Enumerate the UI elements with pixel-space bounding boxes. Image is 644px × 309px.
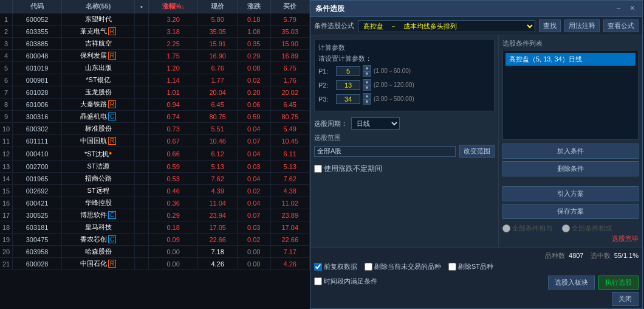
spinner-down-3[interactable]: ▼	[363, 99, 371, 105]
row-name: 标准股份	[61, 123, 134, 135]
view-formula-button[interactable]: 查看公式	[603, 19, 639, 32]
table-row[interactable]: 9 300316 晶盛机电C 0.74 80.75 0.59 80.75	[0, 111, 310, 123]
scope-input[interactable]	[314, 146, 456, 157]
param-input-2[interactable]	[336, 80, 360, 90]
table-row[interactable]: 13 002700 ST洁源 0.59 5.13 0.03 5.13	[0, 161, 310, 173]
import-plan-button[interactable]: 引入方案	[502, 186, 639, 201]
row-diff: 0.18	[237, 13, 270, 26]
row-change: 0.29	[148, 209, 198, 221]
table-row[interactable]: 5 601019 山东出版 1.20 6.76 0.08 6.75	[0, 62, 310, 74]
row-num: 12	[0, 147, 13, 161]
row-diff: 1.08	[237, 26, 270, 38]
formula-select[interactable]: 高控盘 － 成本均线多头排列	[358, 20, 535, 32]
row-diff: 0.08	[237, 62, 270, 74]
note-button[interactable]: 用法注释	[564, 19, 600, 32]
badge-r: R	[108, 100, 116, 108]
row-name: 晶盛机电C	[61, 111, 134, 123]
search-button[interactable]: 查找	[539, 19, 561, 32]
param-spinner-3: ▲ ▼	[363, 93, 371, 105]
remove-st-checkbox[interactable]	[448, 263, 456, 271]
row-num: 5	[0, 62, 13, 74]
stats-row: 品种数 4807 选中数 55/1.1%	[314, 251, 639, 260]
minimize-button[interactable]: －	[612, 3, 625, 14]
table-row[interactable]: 1 600052 东望时代 3.20 5.80 0.18 5.79	[0, 13, 310, 26]
row-diff: 0.02	[237, 74, 270, 86]
period-row: 选股周期： 日线	[314, 117, 495, 130]
row-buy: 6.45	[270, 99, 309, 111]
row-dot	[135, 123, 149, 135]
radio-or-input[interactable]	[562, 224, 570, 232]
table-row[interactable]: 10 600302 标准股份 0.73 5.51 0.04 5.49	[0, 123, 310, 135]
prev-data-checkbox[interactable]	[314, 263, 322, 271]
bottom-section: 品种数 4807 选中数 55/1.1% 前复权数据 剔除当前未交易的品种 剔除…	[310, 247, 642, 308]
save-plan-button[interactable]: 保存方案	[502, 204, 639, 219]
spinner-up-2[interactable]: ▲	[363, 79, 371, 85]
add-condition-button[interactable]: 加入条件	[502, 144, 639, 159]
badge-c: C	[108, 235, 116, 243]
table-row[interactable]: 20 603958 哈森股份 0.00 7.18 0.00 7.17	[0, 246, 310, 258]
table-row[interactable]: 16 600421 华峰控股 0.36 11.04 0.04 11.02	[0, 197, 310, 209]
spinner-down-1[interactable]: ▼	[363, 71, 371, 77]
row-buy: 23.89	[270, 209, 309, 221]
row-dot	[135, 50, 149, 62]
table-row[interactable]: 19 300475 香农芯创C 0.09 22.66 0.02 22.66	[0, 234, 310, 246]
table-row[interactable]: 21 600028 中国石化R 0.00 4.26 0.00 4.26	[0, 258, 310, 270]
row-price: 5.13	[198, 161, 237, 173]
delete-condition-button[interactable]: 删除条件	[502, 161, 639, 176]
row-change: 3.20	[148, 13, 198, 26]
table-row[interactable]: 11 601111 中国国航R 0.67 10.46 0.07 10.45	[0, 135, 310, 147]
radio-and-input[interactable]	[502, 224, 510, 232]
row-num: 13	[0, 161, 13, 173]
time-period-checkbox[interactable]	[314, 277, 322, 285]
close-button[interactable]: ×	[628, 3, 637, 14]
spinner-up-3[interactable]: ▲	[363, 93, 371, 99]
spinner-up-1[interactable]: ▲	[363, 65, 371, 71]
row-name: 吉祥航空	[61, 38, 134, 50]
table-row[interactable]: 3 603885 吉祥航空 2.25 15.91 0.35 15.90	[0, 38, 310, 50]
row-price: 6.45	[198, 99, 237, 111]
table-row[interactable]: 14 001965 招商公路 0.53 7.62 0.04 7.62	[0, 173, 310, 185]
change-scope-button[interactable]: 改变范围	[459, 145, 495, 158]
table-row[interactable]: 17 300525 博思软件C 0.29 23.94 0.07 23.89	[0, 209, 310, 221]
badge-r: R	[108, 52, 116, 60]
table-row[interactable]: 6 000981 *ST银亿 1.14 1.77 0.02 1.76	[0, 74, 310, 86]
row-code: 600028	[13, 258, 62, 270]
row-buy: 6.11	[270, 147, 309, 161]
close-dialog-button[interactable]: 关闭	[612, 292, 639, 306]
table-row[interactable]: 12 000410 *ST沈机• 0.66 6.12 0.04 6.11	[0, 147, 310, 161]
row-diff: 0.04	[237, 123, 270, 135]
row-code: 600302	[13, 123, 62, 135]
row-name: 香农芯创C	[61, 234, 134, 246]
row-change: 0.00	[148, 258, 198, 270]
row-change: 0.09	[148, 234, 198, 246]
import-block-button[interactable]: 选股入板块	[548, 276, 595, 290]
table-row[interactable]: 8 601006 大秦铁路R 0.94 6.45 0.06 6.45	[0, 99, 310, 111]
param-input-1[interactable]	[336, 66, 360, 76]
badge-c: C	[108, 211, 116, 219]
row-diff: 0.35	[237, 38, 270, 50]
variable-period-checkbox[interactable]	[314, 165, 322, 173]
period-select[interactable]: 日线	[351, 117, 400, 130]
table-row[interactable]: 2 603355 莱克电气R 3.18 35.05 1.08 35.03	[0, 26, 310, 38]
scope-label: 选股范围	[314, 133, 495, 142]
row-buy: 5.49	[270, 123, 309, 135]
row-name: *ST银亿	[61, 74, 134, 86]
scope-section: 选股范围 改变范围	[314, 133, 495, 158]
row-diff: 0.04	[237, 173, 270, 185]
badge-c: C	[108, 113, 116, 120]
row-num: 2	[0, 26, 13, 38]
table-row[interactable]: 7 601028 玉龙股份 1.01 20.04 0.20 20.02	[0, 86, 310, 99]
row-buy: 6.75	[270, 62, 309, 74]
condition-item-0[interactable]: 高控盘（5, 13, 34）日线	[505, 53, 635, 66]
table-row[interactable]: 4 600048 保利发展R 1.75 16.90 0.29 16.89	[0, 50, 310, 62]
table-row[interactable]: 18 603181 皇马科技 0.18 17.05 0.03 17.04	[0, 221, 310, 234]
table-row[interactable]: 15 002692 ST远程 0.46 4.39 0.02 4.38	[0, 185, 310, 197]
row-buy: 7.17	[270, 246, 309, 258]
row-diff: 0.04	[237, 147, 270, 161]
row-num: 8	[0, 99, 13, 111]
execute-button[interactable]: 执行选股	[598, 276, 639, 290]
spinner-down-2[interactable]: ▼	[363, 85, 371, 91]
row-diff: 0.07	[237, 135, 270, 147]
remove-notrade-checkbox[interactable]	[365, 263, 372, 271]
param-input-3[interactable]	[336, 94, 360, 104]
